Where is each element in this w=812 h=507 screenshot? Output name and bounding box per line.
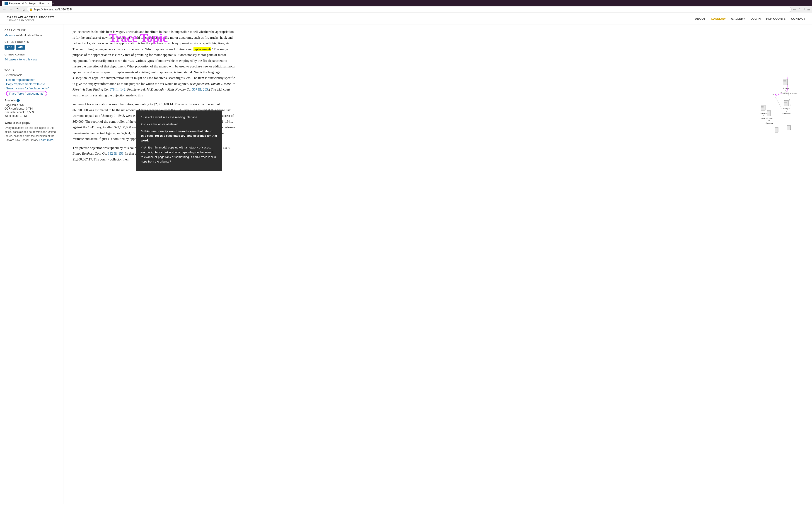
home-button[interactable]: ⌂ [21, 7, 26, 12]
ocr-stat: OCR confidence: 0.784 [5, 107, 59, 110]
volcano-label: volcano [790, 92, 797, 95]
tab-bar: People ex rel. Schlaeger v. Fran... × + [0, 0, 812, 6]
active-tab[interactable]: People ex rel. Schlaeger v. Fran... × [2, 1, 52, 6]
pdf-button[interactable]: PDF [5, 45, 14, 50]
tool-trace-button[interactable]: Trace Topic "replacements" [9, 92, 44, 95]
forward-button[interactable]: → [9, 7, 14, 12]
citation-1-name: People ex rel. Toman v. Mercil [191, 82, 233, 86]
svg-marker-6 [774, 94, 776, 96]
majority-link[interactable]: Majority [5, 34, 15, 37]
nav-for-courts[interactable]: FOR COURTS [766, 17, 785, 20]
tooltip-step-3: 3) this functionality would search cases… [141, 129, 217, 143]
nav-contact[interactable]: CONTACT [791, 17, 805, 20]
bullet-4: ◦ [5, 93, 5, 95]
svg-rect-9 [783, 80, 786, 80]
svg-rect-14 [761, 106, 764, 107]
doc-icon-main: moneyv.powers [782, 79, 789, 94]
back-button[interactable]: ← [2, 7, 7, 12]
majority-line: Majority — Mr. Justice Stone [5, 34, 59, 37]
download-icon[interactable]: ⬇ [803, 7, 805, 11]
svg-rect-10 [783, 81, 786, 81]
bookmark-icon[interactable]: ☆ [798, 7, 801, 11]
svg-rect-17 [784, 101, 788, 106]
svg-rect-27 [775, 128, 778, 132]
format-buttons: PDF API [5, 45, 59, 50]
svg-rect-11 [783, 82, 785, 82]
doc-icon-4 [787, 125, 792, 131]
learn-more-link[interactable]: Learn more. [39, 138, 54, 142]
trace-topic-highlight: Trace Topic "replacements" [6, 91, 47, 96]
case-outline-label: CASE OUTLINE [5, 29, 59, 32]
svg-rect-13 [761, 105, 765, 111]
doc-network-visualization: moneyv.powers mustardv.mayo haughtv.cowe… [760, 46, 805, 114]
doc-icon-2: haughtv.cowelled [782, 100, 791, 115]
info-icon[interactable]: i [16, 99, 20, 102]
browser-toolbar: ← → ↻ ⌂ 🔒 https://cite.case.law/ill/396/… [0, 6, 812, 13]
pagerank-stat: PageRank: 55% [5, 103, 59, 107]
word-count-stat: Word count: 2,713 [5, 114, 59, 117]
main-layout: CASE OUTLINE Majority — Mr. Justice Ston… [0, 24, 812, 504]
citation-2-name: People ex rel. McDonough v. Mills Novelt… [127, 88, 191, 91]
tool-copy-button[interactable]: Copy "replacements" with cite [6, 82, 45, 86]
citing-count[interactable]: 44 cases cite to this case [5, 58, 59, 61]
lock-icon: 🔒 [30, 8, 33, 11]
nav-gallery[interactable]: GALLERY [731, 17, 745, 20]
svg-line-4 [775, 96, 782, 109]
address-bar[interactable]: 🔒 https://cite.case.law/ill/396/524/ [27, 7, 792, 12]
svg-rect-21 [767, 111, 770, 116]
site-logo: CASELAW ACCESS PROJECT HARVARD LAW SCHOO… [7, 16, 54, 21]
nav-login[interactable]: LOG IN [751, 17, 761, 20]
new-tab-button[interactable]: + [52, 1, 54, 5]
doc-icon-3: minwaxv.flowmax [766, 110, 773, 124]
citation-1-ref[interactable]: 378 Ill. 142 [110, 88, 125, 91]
nav-caselaw[interactable]: CASELAW [711, 17, 726, 20]
tool-copy-item: ◦ Copy "replacements" with cite [5, 82, 59, 86]
highlighted-word: replacements [194, 47, 211, 51]
tooltip-step-1: 1) select a word in a case reading inter… [141, 115, 217, 120]
svg-rect-23 [767, 113, 769, 113]
tab-title: People ex rel. Schlaeger v. Fran... [9, 2, 47, 5]
site-header: CASELAW ACCESS PROJECT HARVARD LAW SCHOO… [0, 13, 812, 24]
svg-rect-15 [761, 107, 764, 108]
case-para-1: pellee contends that this item is vague,… [72, 29, 236, 98]
svg-rect-25 [787, 126, 790, 130]
extensions-icon[interactable]: ⋯ [793, 7, 796, 11]
api-button[interactable]: API [16, 45, 25, 50]
nav-about[interactable]: ABOUT [695, 17, 706, 20]
toolbar-icons: ⋯ ☆ ⬇ ☰ [793, 7, 810, 11]
citation-2-ref[interactable]: 357 Ill. 285 [192, 88, 208, 91]
char-count-stat: Character count: 16,533 [5, 111, 59, 114]
content-area: Trace Topic moneyv.powers [63, 24, 812, 504]
bullet-1: ◦ [5, 79, 5, 81]
tool-search-button[interactable]: Search cases for "replacements" [6, 87, 49, 90]
tool-search-item: ◦ Search cases for "replacements" [5, 87, 59, 90]
svg-rect-18 [784, 102, 786, 102]
tooltip-step-4: 4) A little mini modal pops up with a ne… [141, 145, 217, 164]
page-marker: *528 [128, 59, 134, 62]
logo-sub: HARVARD LAW SCHOOL [7, 19, 54, 21]
selection-tools-label: Selection tools [5, 73, 59, 77]
site-navigation: ABOUT CASELAW GALLERY LOG IN FOR COURTS … [695, 17, 805, 20]
svg-rect-19 [784, 103, 786, 103]
logo-main: CASELAW ACCESS PROJECT [7, 16, 54, 19]
tool-link-button[interactable]: Link to "replacements" [6, 78, 35, 81]
sidebar-icon[interactable]: ☰ [807, 7, 810, 11]
bullet-2: ◦ [5, 83, 5, 85]
refresh-button[interactable]: ↻ [15, 7, 20, 12]
para3-ref[interactable]: 392 Ill. 153 [108, 152, 124, 155]
tab-favicon [5, 2, 8, 5]
tools-label: TOOLS [5, 69, 59, 72]
url-text: https://cite.case.law/ill/396/524/ [34, 8, 789, 11]
majority-author: Mr. Justice Stone [19, 34, 42, 37]
tooltip-step-2: 2) click a button or whatever [141, 122, 217, 127]
svg-rect-22 [767, 112, 769, 112]
sidebar: CASE OUTLINE Majority — Mr. Justice Ston… [0, 24, 63, 504]
tab-close-button[interactable]: × [48, 2, 49, 5]
other-formats-label: OTHER FORMATS [5, 41, 59, 43]
tooltip-overlay: 1) select a word in a case reading inter… [136, 110, 222, 171]
doc-icon-5 [775, 127, 779, 134]
citing-cases-label: CITING CASES [5, 53, 59, 56]
what-is-title: What is this page? [5, 121, 59, 124]
what-is-text: Every document on this site is part of t… [5, 126, 59, 142]
tool-link-item: ◦ Link to "replacements" [5, 78, 59, 81]
